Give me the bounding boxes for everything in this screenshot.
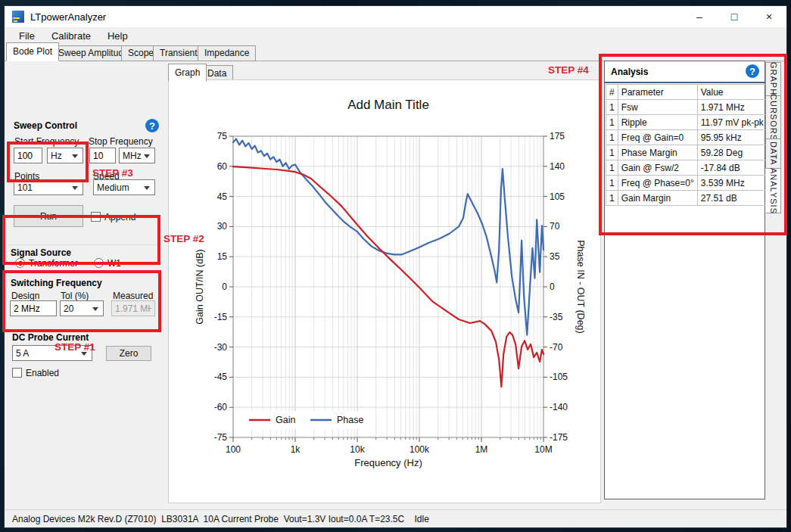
cell-num: 1	[606, 100, 618, 115]
signal-source-title: Signal Source	[11, 247, 71, 258]
tab-impedance[interactable]: Impedance	[198, 45, 256, 61]
chevron-down-icon	[144, 186, 150, 190]
start-frequency-unit-select[interactable]: Hz	[47, 148, 83, 163]
stop-frequency-input[interactable]	[89, 148, 116, 163]
minimize-button[interactable]: –	[682, 6, 717, 27]
tab-bode-plot[interactable]: Bode Plot	[6, 42, 59, 61]
svg-text:1M: 1M	[475, 444, 488, 455]
side-tab-data[interactable]: DATA	[765, 138, 781, 169]
svg-text:75: 75	[217, 131, 228, 142]
analysis-title: Analysis	[611, 67, 648, 77]
cell-value: 95.95 kHz	[697, 130, 767, 145]
svg-text:-30: -30	[214, 342, 228, 353]
cell-num: 1	[606, 145, 618, 160]
table-row[interactable]: 1Phase Margin59.28 Deg	[606, 145, 768, 160]
col-value: Value	[697, 85, 767, 100]
col-num: #	[606, 85, 618, 100]
transformer-label: Transformer	[29, 258, 78, 269]
analysis-header-row: # Parameter Value	[606, 85, 768, 100]
table-row[interactable]: 1Gain @ Fsw/2-17.84 dB	[606, 160, 768, 176]
points-select[interactable]: 101	[14, 179, 83, 195]
enabled-label: Enabled	[26, 368, 59, 378]
stop-frequency-unit-value: MHz	[123, 151, 142, 161]
cell-parameter: Gain @ Fsw/2	[618, 160, 697, 176]
svg-text:10k: 10k	[350, 444, 365, 455]
title-bar: LTpowerAnalyzer – □ ×	[5, 6, 786, 27]
transformer-radio[interactable]	[15, 258, 25, 268]
start-frequency-input[interactable]	[14, 148, 42, 163]
table-row[interactable]: 1Freq @ Phase=0°3.539 MHz	[606, 176, 768, 191]
close-button[interactable]: ×	[752, 6, 786, 27]
svg-text:15: 15	[217, 251, 228, 262]
svg-text:60: 60	[217, 161, 228, 172]
svg-text:100: 100	[226, 444, 241, 455]
speed-value: Medium	[97, 182, 129, 193]
stop-frequency-label: Stop Frequency	[89, 136, 153, 147]
stop-frequency-unit-select[interactable]: MHz	[119, 148, 155, 163]
app-window: LTpowerAnalyzer – □ × File Calibrate Hel…	[5, 6, 786, 527]
sweep-help-icon[interactable]: ?	[145, 119, 159, 132]
table-row[interactable]: 1Gain Margin27.51 dB	[606, 191, 768, 206]
measured-field	[111, 300, 155, 316]
w1-label: W1	[107, 258, 121, 269]
step3-label: STEP #3	[92, 167, 133, 179]
menu-calibrate[interactable]: Calibrate	[43, 28, 99, 44]
svg-text:-140: -140	[550, 402, 568, 412]
run-button[interactable]: Run	[14, 205, 83, 227]
svg-text:-15: -15	[214, 312, 228, 322]
desktop: LTpowerAnalyzer – □ × File Calibrate Hel…	[0, 0, 791, 532]
tab-transient[interactable]: Transient	[153, 45, 204, 61]
design-input[interactable]	[10, 300, 57, 316]
svg-text:Gain: Gain	[276, 415, 295, 425]
menu-file[interactable]: File	[11, 28, 43, 44]
zero-button[interactable]: Zero	[106, 346, 151, 361]
svg-text:30: 30	[217, 221, 228, 232]
svg-text:0: 0	[222, 282, 227, 292]
menu-bar: File Calibrate Help	[5, 27, 786, 44]
w1-radio[interactable]	[94, 258, 104, 268]
cell-parameter: Phase Margin	[618, 145, 697, 160]
cell-parameter: Freq @ Phase=0°	[618, 176, 697, 191]
design-label: Design	[11, 291, 39, 301]
tab-graph[interactable]: Graph	[168, 64, 207, 82]
table-row[interactable]: 1Freq @ Gain=095.95 kHz	[606, 130, 768, 145]
cell-parameter: Ripple	[618, 115, 697, 130]
svg-text:70: 70	[550, 221, 560, 232]
cell-num: 1	[606, 130, 618, 145]
cell-parameter: Gain Margin	[618, 191, 697, 206]
start-frequency-label: Start Frequency	[14, 136, 79, 147]
cell-value: 1.971 MHz	[697, 100, 767, 115]
cell-value: 59.28 Deg	[697, 145, 767, 160]
side-tab-analysis[interactable]: ANALYSIS	[765, 168, 781, 213]
chevron-down-icon	[144, 154, 150, 158]
analysis-divider	[605, 82, 765, 83]
analysis-table: # Parameter Value 1Fsw1.971 MHz 1Ripple1…	[606, 84, 768, 206]
cell-num: 1	[606, 176, 618, 191]
speed-select[interactable]: Medium	[93, 179, 155, 195]
status-bar: Analog Devices M2k Rev.D (Z7010) LB3031A…	[5, 509, 786, 527]
append-checkbox[interactable]	[91, 212, 101, 222]
side-tab-cursors[interactable]: CURSORS	[765, 95, 781, 139]
svg-text:Add Main Title: Add Main Title	[347, 98, 429, 112]
svg-text:-105: -105	[550, 372, 568, 382]
enabled-checkbox[interactable]	[12, 368, 22, 378]
table-row[interactable]: 1Fsw1.971 MHz	[606, 100, 768, 115]
table-row[interactable]: 1Ripple11.97 mV pk-pk	[606, 115, 768, 130]
svg-text:100k: 100k	[410, 444, 430, 455]
svg-text:0: 0	[550, 282, 555, 292]
tol-select[interactable]: 20	[60, 300, 104, 316]
svg-text:45: 45	[217, 191, 228, 202]
svg-text:175: 175	[550, 131, 565, 142]
step2-label: STEP #2	[163, 233, 204, 244]
bode-plot-chart[interactable]: 75604530150-15-30-45-60-7517514010570350…	[169, 80, 600, 502]
menu-help[interactable]: Help	[99, 28, 136, 44]
svg-text:-175: -175	[550, 432, 568, 443]
start-frequency-unit-value: Hz	[51, 151, 62, 161]
svg-text:-35: -35	[550, 312, 563, 322]
cell-value: -17.84 dB	[697, 160, 767, 176]
analysis-help-icon[interactable]: ?	[746, 64, 759, 78]
maximize-button[interactable]: □	[717, 6, 752, 27]
tol-value: 20	[64, 303, 73, 314]
side-tab-graph[interactable]: GRAPH	[765, 62, 781, 96]
append-label: Append	[104, 212, 135, 222]
